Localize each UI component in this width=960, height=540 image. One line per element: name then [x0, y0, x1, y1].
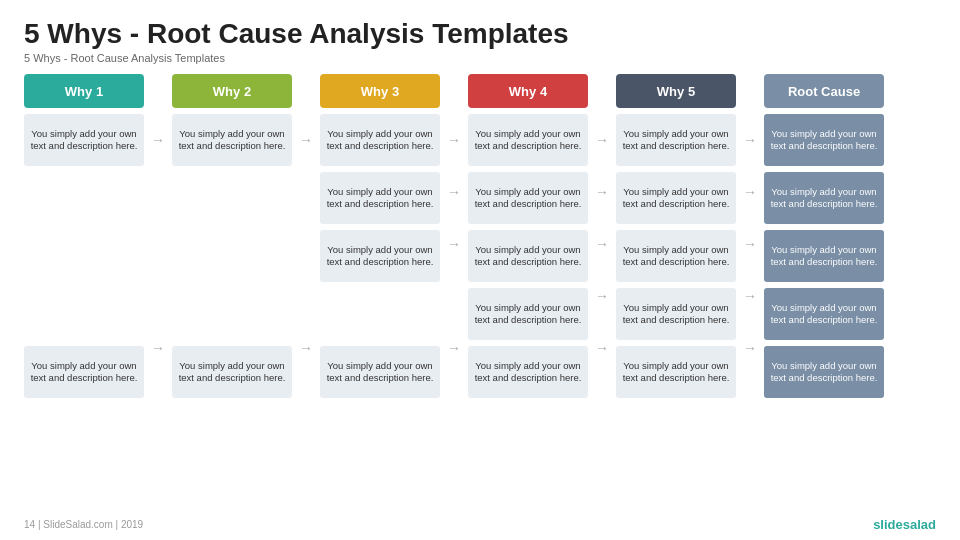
cell-root-row0: You simply add your own text and descrip… — [764, 114, 884, 166]
cell-why4-row3: You simply add your own text and descrip… — [468, 288, 588, 340]
arrow-col-2: →→→→ — [440, 114, 468, 374]
cell-root-row2: You simply add your own text and descrip… — [764, 230, 884, 282]
headers-row: Why 1 Why 2 Why 3 Why 4 Why 5 Root Cause — [24, 74, 936, 108]
content-area: You simply add your own text and descrip… — [24, 114, 936, 398]
cell-why5-row1: You simply add your own text and descrip… — [616, 172, 736, 224]
col-why3: You simply add your own text and descrip… — [320, 114, 440, 398]
header-why4: Why 4 — [468, 74, 588, 108]
header-why1: Why 1 — [24, 74, 144, 108]
arrow-2-row0: → — [447, 114, 461, 166]
arrow-4-row1: → — [743, 166, 757, 218]
cell-why2-row4: You simply add your own text and descrip… — [172, 346, 292, 398]
cell-why4-row2: You simply add your own text and descrip… — [468, 230, 588, 282]
arrow-4-row2: → — [743, 218, 757, 270]
header-why3: Why 3 — [320, 74, 440, 108]
arrow-1-row4: → — [299, 322, 313, 374]
cell-why4-row1: You simply add your own text and descrip… — [468, 172, 588, 224]
page-number: 14 — [24, 519, 35, 530]
arrow-4-row3: → — [743, 270, 757, 322]
cell-empty-why1-row3 — [24, 288, 144, 340]
arrow-col-4: →→→→→ — [736, 114, 764, 374]
slide: 5 Whys - Root Cause Analysis Templates 5… — [0, 0, 960, 540]
logo-text: slidesalad — [873, 517, 936, 532]
cell-why2-row0: You simply add your own text and descrip… — [172, 114, 292, 166]
col-why4: You simply add your own text and descrip… — [468, 114, 588, 398]
header-why5: Why 5 — [616, 74, 736, 108]
arrow-2-row2: → — [447, 218, 461, 270]
arrow-col-3: →→→→→ — [588, 114, 616, 374]
cell-why4-row4: You simply add your own text and descrip… — [468, 346, 588, 398]
cell-empty-why1-row1 — [24, 172, 144, 224]
col-root: You simply add your own text and descrip… — [764, 114, 884, 398]
cell-why5-row0: You simply add your own text and descrip… — [616, 114, 736, 166]
arrow-3-row0: → — [595, 114, 609, 166]
arrow-3-row4: → — [595, 322, 609, 374]
header-why2: Why 2 — [172, 74, 292, 108]
site-info: | SlideSalad.com | 2019 — [38, 519, 143, 530]
arrow-col-1: →→ — [292, 114, 320, 374]
cell-empty-why2-row1 — [172, 172, 292, 224]
bottom-info: 14 | SlideSalad.com | 2019 — [24, 519, 143, 530]
cell-why3-row1: You simply add your own text and descrip… — [320, 172, 440, 224]
arrow-0-row0: → — [151, 114, 165, 166]
arrow-4-row4: → — [743, 322, 757, 374]
arrow-3-row2: → — [595, 218, 609, 270]
cell-why5-row2: You simply add your own text and descrip… — [616, 230, 736, 282]
logo: slidesalad — [873, 517, 936, 532]
cell-why1-row0: You simply add your own text and descrip… — [24, 114, 144, 166]
arrow-2-row1: → — [447, 166, 461, 218]
header-root: Root Cause — [764, 74, 884, 108]
cell-empty-why2-row2 — [172, 230, 292, 282]
arrow-4-row0: → — [743, 114, 757, 166]
cell-why3-row0: You simply add your own text and descrip… — [320, 114, 440, 166]
bottom-bar: 14 | SlideSalad.com | 2019 slidesalad — [24, 517, 936, 532]
cell-empty-why3-row3 — [320, 288, 440, 340]
sub-title: 5 Whys - Root Cause Analysis Templates — [24, 52, 936, 64]
arrow-2-row4: → — [447, 322, 461, 374]
arrow-3-row3: → — [595, 270, 609, 322]
arrow-1-row0: → — [299, 114, 313, 166]
cell-why3-row4: You simply add your own text and descrip… — [320, 346, 440, 398]
cell-why1-row4: You simply add your own text and descrip… — [24, 346, 144, 398]
main-title: 5 Whys - Root Cause Analysis Templates — [24, 18, 936, 50]
cell-empty-why1-row2 — [24, 230, 144, 282]
arrow-0-row4: → — [151, 322, 165, 374]
cell-empty-why2-row3 — [172, 288, 292, 340]
cell-why5-row3: You simply add your own text and descrip… — [616, 288, 736, 340]
cell-root-row1: You simply add your own text and descrip… — [764, 172, 884, 224]
arrow-3-row1: → — [595, 166, 609, 218]
col-why2: You simply add your own text and descrip… — [172, 114, 292, 398]
cell-root-row3: You simply add your own text and descrip… — [764, 288, 884, 340]
col-why1: You simply add your own text and descrip… — [24, 114, 144, 398]
cell-why4-row0: You simply add your own text and descrip… — [468, 114, 588, 166]
arrow-col-0: →→ — [144, 114, 172, 374]
cell-why5-row4: You simply add your own text and descrip… — [616, 346, 736, 398]
cell-root-row4: You simply add your own text and descrip… — [764, 346, 884, 398]
cell-why3-row2: You simply add your own text and descrip… — [320, 230, 440, 282]
col-why5: You simply add your own text and descrip… — [616, 114, 736, 398]
